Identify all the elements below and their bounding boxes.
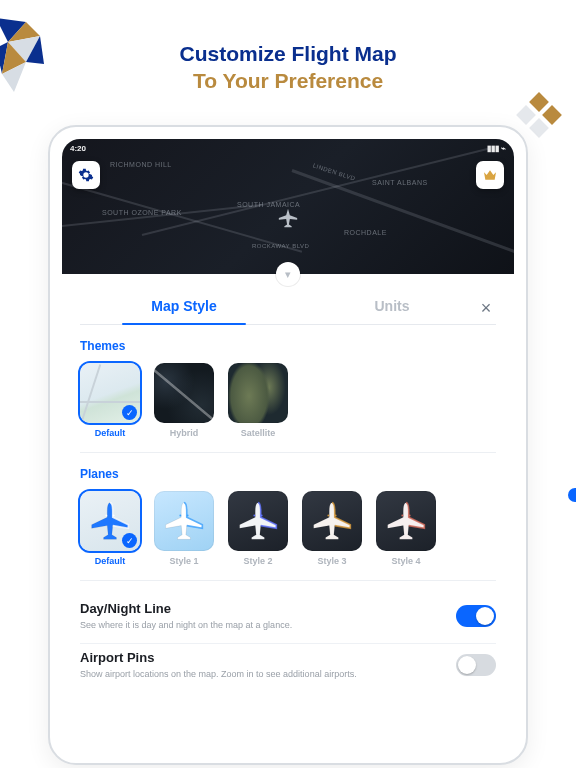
toggle-title: Airport Pins	[80, 650, 357, 665]
theme-label: Default	[95, 428, 126, 438]
plane-icon	[302, 491, 362, 551]
svg-point-12	[113, 515, 115, 517]
themes-heading: Themes	[80, 339, 496, 353]
plane-icon	[154, 491, 214, 551]
plane-label: Style 2	[243, 556, 272, 566]
plane-option-3[interactable]: Style 3	[302, 491, 362, 566]
svg-point-18	[335, 515, 337, 517]
svg-rect-9	[542, 105, 562, 125]
plane-icon	[228, 491, 288, 551]
tab-map-style[interactable]: Map Style	[80, 298, 288, 324]
decor-origami-left	[0, 18, 50, 94]
svg-rect-7	[529, 92, 549, 112]
check-icon: ✓	[122, 405, 137, 420]
divider	[80, 580, 496, 581]
settings-sheet: Map Style Units × Themes ✓ Default	[62, 274, 514, 751]
crown-icon	[482, 167, 498, 183]
plane-label: Style 1	[169, 556, 198, 566]
svg-point-19	[401, 515, 403, 517]
plane-label: Style 4	[391, 556, 420, 566]
svg-point-11	[105, 515, 107, 517]
tab-row: Map Style Units	[80, 298, 496, 325]
plane-label: Default	[95, 556, 126, 566]
sheet-handle[interactable]: ▾	[276, 262, 300, 286]
toggle-switch[interactable]	[456, 605, 496, 627]
plane-option-0[interactable]: ✓ Default	[80, 491, 140, 566]
plane-option-4[interactable]: Style 4	[376, 491, 436, 566]
svg-rect-10	[529, 118, 549, 138]
svg-point-17	[327, 515, 329, 517]
map-label: RICHMOND HILL	[110, 161, 172, 168]
svg-point-13	[179, 515, 181, 517]
pager-dot	[568, 488, 576, 502]
theme-label: Hybrid	[170, 428, 199, 438]
promo-line-2: To Your Preference	[0, 67, 576, 94]
tablet-screen: 4:20 ▮▮▮ ⌁ RICHMOND HILL SOUTH OZONE PAR…	[62, 139, 514, 751]
toggle-desc: See where it is day and night on the map…	[80, 619, 292, 631]
plane-option-2[interactable]: Style 2	[228, 491, 288, 566]
status-bar: 4:20 ▮▮▮ ⌁	[62, 139, 514, 155]
theme-option-default[interactable]: ✓ Default	[80, 363, 140, 438]
promo-line-1: Customize Flight Map	[0, 40, 576, 67]
toggle-knob	[476, 607, 494, 625]
toggle-row-0: Day/Night Line See where it is day and n…	[80, 595, 496, 644]
close-button[interactable]: ×	[474, 296, 498, 320]
tablet-frame: 4:20 ▮▮▮ ⌁ RICHMOND HILL SOUTH OZONE PAR…	[48, 125, 528, 765]
plane-label: Style 3	[317, 556, 346, 566]
decor-diamonds-right	[516, 92, 568, 144]
svg-rect-8	[516, 105, 536, 125]
theme-option-hybrid[interactable]: Hybrid	[154, 363, 214, 438]
map-label: SAINT ALBANS	[372, 179, 428, 186]
map-label: ROCHDALE	[344, 229, 387, 236]
check-icon: ✓	[122, 533, 137, 548]
planes-section: Planes ✓ Default Style 1 Style 2	[80, 467, 496, 566]
plane-option-1[interactable]: Style 1	[154, 491, 214, 566]
map-premium-button[interactable]	[476, 161, 504, 189]
svg-point-20	[409, 515, 411, 517]
map-label: SOUTH OZONE PARK	[102, 209, 182, 216]
planes-heading: Planes	[80, 467, 496, 481]
map-label: Rockaway Blvd	[252, 243, 309, 249]
svg-point-16	[261, 515, 263, 517]
promo-heading: Customize Flight Map To Your Preference	[0, 0, 576, 95]
toggle-switch[interactable]	[456, 654, 496, 676]
toggle-row-1: Airport Pins Show airport locations on t…	[80, 644, 496, 692]
theme-label: Satellite	[241, 428, 276, 438]
theme-option-satellite[interactable]: Satellite	[228, 363, 288, 438]
svg-point-14	[187, 515, 189, 517]
themes-section: Themes ✓ Default Hybrid Satellite	[80, 339, 496, 438]
aircraft-icon	[277, 207, 299, 233]
tab-units[interactable]: Units	[288, 298, 496, 324]
map-settings-button[interactable]	[72, 161, 100, 189]
divider	[80, 452, 496, 453]
plane-icon	[376, 491, 436, 551]
toggle-desc: Show airport locations on the map. Zoom …	[80, 668, 357, 680]
status-time: 4:20	[70, 144, 86, 153]
svg-point-15	[253, 515, 255, 517]
map-area[interactable]: 4:20 ▮▮▮ ⌁ RICHMOND HILL SOUTH OZONE PAR…	[62, 139, 514, 274]
gear-icon	[78, 167, 94, 183]
toggle-title: Day/Night Line	[80, 601, 292, 616]
toggle-knob	[458, 656, 476, 674]
